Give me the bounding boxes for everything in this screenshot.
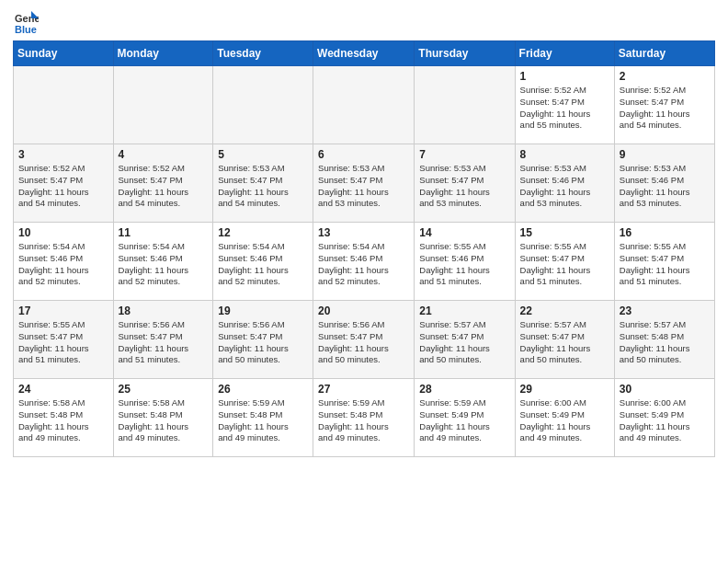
day-info: Sunrise: 6:00 AM Sunset: 5:49 PM Dayligh… <box>620 397 710 444</box>
day-info: Sunrise: 5:57 AM Sunset: 5:47 PM Dayligh… <box>419 319 509 366</box>
calendar-cell: 8Sunrise: 5:53 AM Sunset: 5:46 PM Daylig… <box>515 144 614 223</box>
calendar-cell <box>113 66 213 144</box>
calendar-header-tuesday: Tuesday <box>213 41 313 66</box>
day-info: Sunrise: 5:59 AM Sunset: 5:49 PM Dayligh… <box>419 397 509 444</box>
day-number: 15 <box>520 226 609 239</box>
day-number: 21 <box>419 304 509 317</box>
day-info: Sunrise: 5:53 AM Sunset: 5:46 PM Dayligh… <box>620 163 710 210</box>
day-number: 25 <box>119 383 209 396</box>
calendar-cell: 7Sunrise: 5:53 AM Sunset: 5:47 PM Daylig… <box>415 144 515 223</box>
calendar-cell: 9Sunrise: 5:53 AM Sunset: 5:46 PM Daylig… <box>614 144 714 223</box>
calendar-header-thursday: Thursday <box>415 41 515 66</box>
day-number: 19 <box>218 304 308 317</box>
calendar-table: SundayMondayTuesdayWednesdayThursdayFrid… <box>13 40 715 457</box>
day-info: Sunrise: 5:54 AM Sunset: 5:46 PM Dayligh… <box>119 241 209 288</box>
day-number: 17 <box>18 304 108 317</box>
day-number: 3 <box>18 148 108 161</box>
day-number: 29 <box>520 383 609 396</box>
day-number: 10 <box>18 226 108 239</box>
calendar-cell: 30Sunrise: 6:00 AM Sunset: 5:49 PM Dayli… <box>614 379 714 457</box>
day-info: Sunrise: 5:54 AM Sunset: 5:46 PM Dayligh… <box>318 241 409 288</box>
calendar-week-5: 24Sunrise: 5:58 AM Sunset: 5:48 PM Dayli… <box>14 379 715 457</box>
day-number: 5 <box>218 148 308 161</box>
day-number: 18 <box>119 304 209 317</box>
day-number: 6 <box>318 148 409 161</box>
day-info: Sunrise: 5:55 AM Sunset: 5:47 PM Dayligh… <box>620 241 710 288</box>
day-number: 23 <box>620 304 710 317</box>
calendar-cell <box>213 66 313 144</box>
calendar-cell: 5Sunrise: 5:53 AM Sunset: 5:47 PM Daylig… <box>213 144 313 223</box>
day-info: Sunrise: 5:56 AM Sunset: 5:47 PM Dayligh… <box>119 319 209 366</box>
day-info: Sunrise: 5:54 AM Sunset: 5:46 PM Dayligh… <box>218 241 308 288</box>
day-number: 27 <box>318 383 409 396</box>
calendar-cell: 23Sunrise: 5:57 AM Sunset: 5:48 PM Dayli… <box>614 301 714 379</box>
day-info: Sunrise: 5:52 AM Sunset: 5:47 PM Dayligh… <box>18 163 108 210</box>
day-info: Sunrise: 5:53 AM Sunset: 5:46 PM Dayligh… <box>520 163 609 210</box>
calendar-cell: 6Sunrise: 5:53 AM Sunset: 5:47 PM Daylig… <box>313 144 415 223</box>
calendar-cell: 29Sunrise: 6:00 AM Sunset: 5:49 PM Dayli… <box>515 379 614 457</box>
day-info: Sunrise: 5:55 AM Sunset: 5:47 PM Dayligh… <box>18 319 108 366</box>
day-number: 30 <box>620 383 710 396</box>
calendar-header-wednesday: Wednesday <box>313 41 415 66</box>
day-number: 16 <box>620 226 710 239</box>
day-info: Sunrise: 6:00 AM Sunset: 5:49 PM Dayligh… <box>520 397 609 444</box>
day-number: 9 <box>620 148 710 161</box>
calendar-cell: 10Sunrise: 5:54 AM Sunset: 5:46 PM Dayli… <box>14 223 114 301</box>
calendar-cell: 27Sunrise: 5:59 AM Sunset: 5:48 PM Dayli… <box>313 379 415 457</box>
logo-area: General Blue <box>13 9 42 35</box>
day-info: Sunrise: 5:58 AM Sunset: 5:48 PM Dayligh… <box>119 397 209 444</box>
calendar-cell: 16Sunrise: 5:55 AM Sunset: 5:47 PM Dayli… <box>614 223 714 301</box>
day-info: Sunrise: 5:53 AM Sunset: 5:47 PM Dayligh… <box>318 163 409 210</box>
day-info: Sunrise: 5:53 AM Sunset: 5:47 PM Dayligh… <box>218 163 308 210</box>
calendar-cell: 28Sunrise: 5:59 AM Sunset: 5:49 PM Dayli… <box>415 379 515 457</box>
day-number: 11 <box>119 226 209 239</box>
day-info: Sunrise: 5:59 AM Sunset: 5:48 PM Dayligh… <box>218 397 308 444</box>
calendar-cell <box>313 66 415 144</box>
calendar-cell: 17Sunrise: 5:55 AM Sunset: 5:47 PM Dayli… <box>14 301 114 379</box>
day-number: 13 <box>318 226 409 239</box>
calendar-header-sunday: Sunday <box>14 41 114 66</box>
calendar-week-4: 17Sunrise: 5:55 AM Sunset: 5:47 PM Dayli… <box>14 301 715 379</box>
day-info: Sunrise: 5:57 AM Sunset: 5:47 PM Dayligh… <box>520 319 609 366</box>
day-number: 1 <box>520 70 609 83</box>
day-info: Sunrise: 5:58 AM Sunset: 5:48 PM Dayligh… <box>18 397 108 444</box>
calendar-header-saturday: Saturday <box>614 41 714 66</box>
calendar-week-2: 3Sunrise: 5:52 AM Sunset: 5:47 PM Daylig… <box>14 144 715 223</box>
calendar-cell: 19Sunrise: 5:56 AM Sunset: 5:47 PM Dayli… <box>213 301 313 379</box>
calendar-cell: 11Sunrise: 5:54 AM Sunset: 5:46 PM Dayli… <box>113 223 213 301</box>
calendar-cell: 21Sunrise: 5:57 AM Sunset: 5:47 PM Dayli… <box>415 301 515 379</box>
calendar-cell: 24Sunrise: 5:58 AM Sunset: 5:48 PM Dayli… <box>14 379 114 457</box>
day-info: Sunrise: 5:52 AM Sunset: 5:47 PM Dayligh… <box>620 85 710 132</box>
logo-icon: General Blue <box>13 9 39 35</box>
calendar-week-1: 1Sunrise: 5:52 AM Sunset: 5:47 PM Daylig… <box>14 66 715 144</box>
calendar-cell: 20Sunrise: 5:56 AM Sunset: 5:47 PM Dayli… <box>313 301 415 379</box>
header: General Blue <box>13 9 715 35</box>
day-number: 26 <box>218 383 308 396</box>
calendar-cell <box>415 66 515 144</box>
day-number: 8 <box>520 148 609 161</box>
calendar-cell <box>14 66 114 144</box>
day-number: 12 <box>218 226 308 239</box>
calendar-cell: 22Sunrise: 5:57 AM Sunset: 5:47 PM Dayli… <box>515 301 614 379</box>
day-info: Sunrise: 5:55 AM Sunset: 5:46 PM Dayligh… <box>419 241 509 288</box>
day-number: 7 <box>419 148 509 161</box>
calendar-header-friday: Friday <box>515 41 614 66</box>
day-number: 24 <box>18 383 108 396</box>
calendar-cell: 15Sunrise: 5:55 AM Sunset: 5:47 PM Dayli… <box>515 223 614 301</box>
day-info: Sunrise: 5:55 AM Sunset: 5:47 PM Dayligh… <box>520 241 609 288</box>
calendar-cell: 18Sunrise: 5:56 AM Sunset: 5:47 PM Dayli… <box>113 301 213 379</box>
calendar-cell: 25Sunrise: 5:58 AM Sunset: 5:48 PM Dayli… <box>113 379 213 457</box>
day-number: 28 <box>419 383 509 396</box>
calendar-header-monday: Monday <box>113 41 213 66</box>
day-info: Sunrise: 5:56 AM Sunset: 5:47 PM Dayligh… <box>218 319 308 366</box>
day-number: 4 <box>119 148 209 161</box>
calendar-cell: 26Sunrise: 5:59 AM Sunset: 5:48 PM Dayli… <box>213 379 313 457</box>
day-number: 20 <box>318 304 409 317</box>
calendar-cell: 2Sunrise: 5:52 AM Sunset: 5:47 PM Daylig… <box>614 66 714 144</box>
day-info: Sunrise: 5:53 AM Sunset: 5:47 PM Dayligh… <box>419 163 509 210</box>
day-info: Sunrise: 5:56 AM Sunset: 5:47 PM Dayligh… <box>318 319 409 366</box>
calendar-cell: 12Sunrise: 5:54 AM Sunset: 5:46 PM Dayli… <box>213 223 313 301</box>
day-info: Sunrise: 5:54 AM Sunset: 5:46 PM Dayligh… <box>18 241 108 288</box>
calendar-cell: 1Sunrise: 5:52 AM Sunset: 5:47 PM Daylig… <box>515 66 614 144</box>
day-info: Sunrise: 5:57 AM Sunset: 5:48 PM Dayligh… <box>620 319 710 366</box>
